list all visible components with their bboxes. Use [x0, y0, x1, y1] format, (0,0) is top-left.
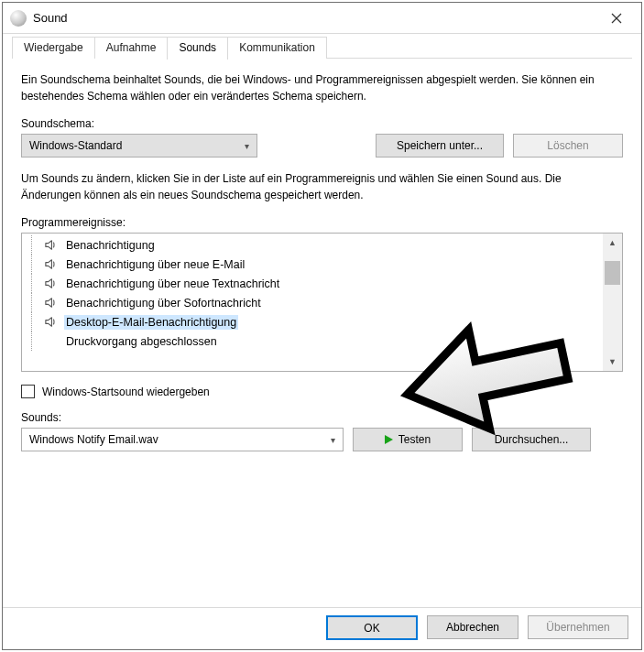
- dialog-buttons: OK Abbrechen Übernehmen: [3, 607, 641, 649]
- titlebar: Sound: [3, 3, 641, 34]
- cancel-button[interactable]: Abbrechen: [427, 615, 518, 639]
- event-item[interactable]: Desktop-E-Mail-Benachrichtigung: [22, 312, 603, 331]
- scheme-combobox[interactable]: Windows-Standard ▾: [21, 134, 257, 158]
- speaker-icon: [44, 257, 58, 271]
- tab-communication[interactable]: Kommunikation: [227, 37, 327, 59]
- speaker-icon: [44, 296, 58, 310]
- scroll-up-icon[interactable]: ▲: [603, 234, 622, 252]
- event-item[interactable]: Benachrichtigung über neue E-Mail: [22, 255, 603, 274]
- ok-button[interactable]: OK: [326, 615, 418, 640]
- program-events-list[interactable]: BenachrichtigungBenachrichtigung über ne…: [21, 233, 623, 372]
- play-icon: [385, 435, 393, 444]
- scheme-description: Ein Soundschema beinhaltet Sounds, die b…: [21, 71, 623, 104]
- tab-playback[interactable]: Wiedergabe: [12, 37, 95, 59]
- event-item[interactable]: Benachrichtigung über neue Textnachricht: [22, 274, 603, 293]
- sound-app-icon: [10, 10, 27, 27]
- play-startup-label: Windows-Startsound wiedergeben: [42, 386, 210, 398]
- save-as-button[interactable]: Speichern unter...: [376, 134, 504, 158]
- event-item[interactable]: Benachrichtigung über Sofortnachricht: [22, 293, 603, 312]
- speaker-icon: [44, 277, 58, 290]
- apply-button: Übernehmen: [528, 615, 628, 639]
- test-label: Testen: [398, 433, 431, 446]
- event-label: Benachrichtigung über Sofortnachricht: [64, 296, 263, 310]
- window-title: Sound: [33, 11, 68, 25]
- sound-file-value: Windows Notify Email.wav: [29, 433, 323, 446]
- event-item[interactable]: Benachrichtigung: [22, 235, 603, 255]
- close-button[interactable]: [595, 5, 638, 32]
- event-label: Benachrichtigung über neue E-Mail: [64, 257, 246, 272]
- event-label: Benachrichtigung über neue Textnachricht: [64, 277, 281, 291]
- chevron-down-icon: ▾: [331, 435, 335, 445]
- event-item[interactable]: Druckvorgang abgeschlossen: [22, 331, 603, 351]
- scrollbar-vertical[interactable]: ▲ ▼: [603, 234, 622, 371]
- events-description: Um Sounds zu ändern, klicken Sie in der …: [21, 170, 623, 203]
- speaker-icon: [44, 315, 58, 329]
- play-startup-checkbox[interactable]: [21, 385, 35, 398]
- tabpage-sounds: Ein Soundschema beinhaltet Sounds, die b…: [3, 59, 641, 607]
- event-label: Desktop-E-Mail-Benachrichtigung: [64, 315, 238, 330]
- close-icon: [611, 13, 622, 24]
- scroll-thumb[interactable]: [605, 261, 620, 285]
- scheme-label: Soundschema:: [21, 117, 623, 130]
- tabs: Wiedergabe Aufnahme Sounds Kommunikation: [3, 34, 641, 59]
- sound-file-combobox[interactable]: Windows Notify Email.wav ▾: [21, 428, 344, 451]
- event-label: Benachrichtigung: [64, 238, 157, 253]
- speaker-icon: [44, 238, 58, 252]
- sound-dialog: Sound Wiedergabe Aufnahme Sounds Kommuni…: [2, 2, 642, 650]
- chevron-down-icon: ▾: [245, 141, 249, 151]
- sounds-label: Sounds:: [21, 411, 623, 424]
- scheme-value: Windows-Standard: [29, 139, 237, 152]
- scroll-track[interactable]: [603, 252, 622, 353]
- event-label: Druckvorgang abgeschlossen: [64, 334, 219, 349]
- test-button[interactable]: Testen: [353, 428, 463, 451]
- scroll-down-icon[interactable]: ▼: [603, 353, 622, 371]
- tab-recording[interactable]: Aufnahme: [94, 37, 169, 59]
- events-label: Programmereignisse:: [21, 216, 623, 229]
- browse-button[interactable]: Durchsuchen...: [472, 428, 591, 451]
- delete-button: Löschen: [513, 134, 623, 158]
- tab-sounds[interactable]: Sounds: [167, 37, 228, 60]
